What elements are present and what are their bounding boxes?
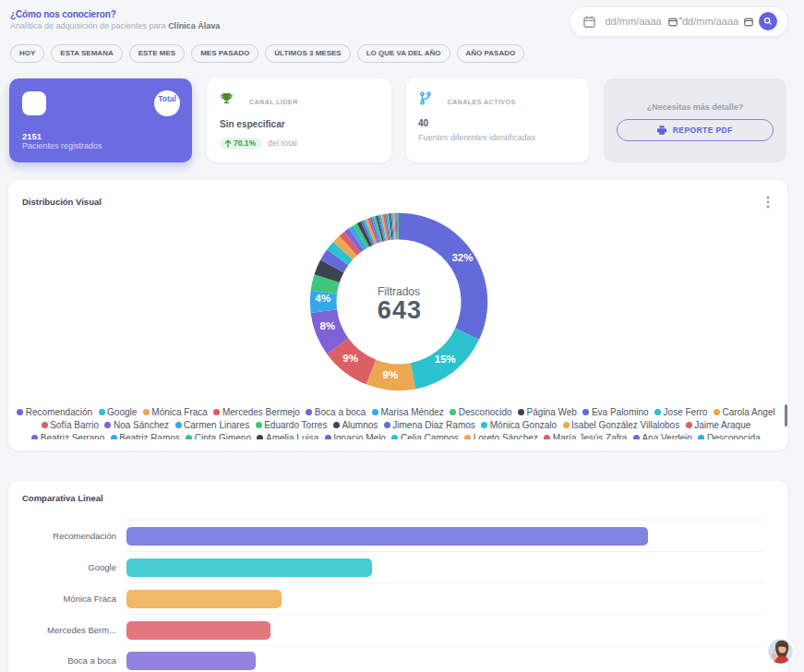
svg-text:4%: 4%	[315, 293, 330, 304]
svg-text:15%: 15%	[435, 354, 456, 365]
svg-text:643: 643	[378, 296, 423, 324]
svg-text:8%: 8%	[319, 320, 335, 331]
svg-text:32%: 32%	[451, 252, 473, 263]
svg-text:9%: 9%	[342, 353, 358, 364]
svg-text:9%: 9%	[383, 369, 399, 380]
